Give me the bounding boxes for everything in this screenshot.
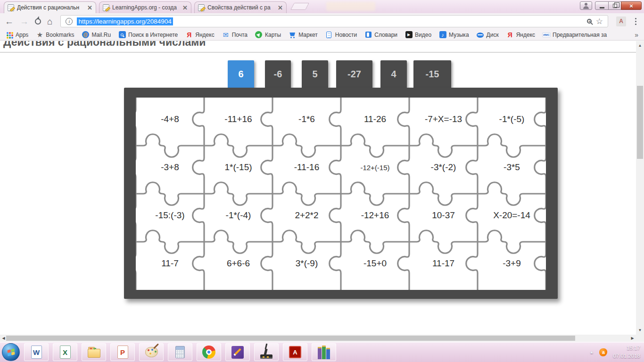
puzzle-piece[interactable]: 11-7 [136, 242, 204, 290]
bookmark-yandex[interactable]: ЯЯндекс [185, 31, 214, 39]
bookmark-muzyka[interactable]: ♪Музыка [439, 31, 469, 39]
tab-title: Действия с рациональн [17, 4, 84, 11]
bookmark-apps[interactable]: Apps [6, 31, 28, 39]
puzzle-piece[interactable]: 2+2*2 [272, 194, 341, 242]
scroll-up-icon[interactable]: ▲ [636, 42, 644, 49]
chrome-menu-icon[interactable] [635, 21, 636, 22]
taskbar-chrome-button[interactable] [197, 343, 221, 361]
puzzle-piece[interactable]: -1*(-5) [478, 98, 546, 146]
answer-tab-minus27[interactable]: -27 [336, 60, 372, 88]
puzzle-piece[interactable]: 11-17 [409, 242, 478, 290]
new-tab-button[interactable] [290, 3, 309, 10]
answer-tab-minus15[interactable]: -15 [413, 60, 451, 88]
puzzle-piece[interactable]: 3*(-9) [272, 242, 341, 290]
bookmark-novosti[interactable]: Новости [325, 31, 357, 39]
yandex-ya-icon: Я [506, 31, 514, 39]
puzzle-piece[interactable]: -11+16 [204, 98, 272, 146]
taskbar-document-camera-button[interactable] [254, 343, 279, 361]
taskbar-excel-button[interactable]: X [53, 343, 77, 361]
info-icon[interactable]: i [66, 18, 73, 25]
taskbar-calculator-button[interactable] [168, 343, 192, 361]
bookmark-slovari[interactable]: Словари [364, 31, 397, 39]
vertical-scrollbar[interactable]: ▲ ▼ [636, 41, 644, 335]
acrobat-extension-icon[interactable]: A [616, 16, 626, 26]
dictionary-book-icon [365, 32, 372, 38]
bookmark-bookmarks[interactable]: ★Bookmarks [36, 31, 74, 39]
restore-button[interactable] [608, 1, 621, 10]
url-text[interactable]: https://learningapps.org/2084904 [77, 17, 173, 25]
zoom-icon[interactable] [587, 19, 592, 24]
taskbar-winrar-button[interactable] [312, 343, 336, 361]
bookmark-search[interactable]: Поиск в Интернете [118, 31, 178, 39]
profile-button[interactable] [580, 1, 592, 10]
horizontal-scrollbar[interactable]: ◀ ▶ [0, 335, 636, 342]
puzzle-piece[interactable]: -4+8 [136, 98, 204, 146]
puzzle-piece[interactable]: 10-37 [409, 194, 478, 242]
scroll-right-icon[interactable]: ▶ [629, 335, 636, 342]
home-button[interactable]: ⌂ [47, 17, 52, 26]
puzzle-piece[interactable]: -15:(-3) [136, 194, 204, 242]
bookmark-market[interactable]: Маркет [289, 31, 318, 39]
puzzle-piece[interactable]: -1*(-4) [204, 194, 272, 242]
taskbar-word-button[interactable]: W [24, 343, 49, 361]
puzzle-piece[interactable]: 6+6-6 [204, 242, 272, 290]
bookmark-karty[interactable]: Карты [255, 31, 281, 39]
puzzle-frame: -4+8 -11+16 -1*6 11-26 -7+X=-13 -1*(-5) … [124, 88, 558, 299]
tab-close-icon[interactable]: ✕ [278, 5, 283, 11]
taskbar-explorer-button[interactable] [82, 343, 106, 361]
puzzle-piece[interactable]: -12+16 [341, 194, 409, 242]
puzzle-piece[interactable]: -3+9 [478, 242, 546, 290]
puzzle-piece[interactable]: -3*(-2) [409, 146, 478, 194]
forward-button[interactable]: → [20, 17, 29, 26]
address-bar[interactable]: i https://learningapps.org/2084904 ☆ [60, 15, 608, 27]
puzzle-piece[interactable]: -15+0 [341, 242, 409, 290]
bookmark-yandex-2[interactable]: ЯЯндекс [506, 31, 535, 39]
learningapps-favicon [103, 4, 109, 11]
taskbar-stylus-app-button[interactable] [225, 343, 250, 361]
puzzle-piece[interactable]: -3*5 [478, 146, 546, 194]
start-button[interactable] [2, 343, 20, 361]
bookmark-predvaritelnaya[interactable]: ИМСПредварительная за [543, 31, 607, 39]
minimize-button[interactable] [595, 1, 609, 10]
answer-tab-minus6[interactable]: -6 [265, 60, 291, 88]
puzzle-piece[interactable]: 1*(-15) [204, 146, 272, 194]
vertical-scroll-thumb[interactable] [637, 86, 643, 159]
taskbar-paint-button[interactable] [139, 343, 164, 361]
tab-close-icon[interactable]: ✕ [182, 5, 188, 11]
folder-icon [88, 349, 100, 358]
puzzle-piece[interactable]: X-20=-14 [478, 194, 546, 242]
close-button[interactable]: × [621, 1, 642, 10]
avast-icon[interactable]: a [599, 348, 607, 356]
windows-flag-icon [7, 348, 15, 356]
back-button[interactable]: ← [5, 17, 14, 26]
puzzle-piece[interactable]: 11-26 [341, 98, 409, 146]
taskbar-powerpoint-button[interactable]: P [110, 343, 135, 361]
answer-tab-5[interactable]: 5 [302, 60, 328, 88]
puzzle-piece[interactable]: -11-16 [272, 146, 341, 194]
bookmark-pochta[interactable]: ✉Почта [222, 31, 248, 39]
system-tray: ▲ a 15:17 07.01.2018 [590, 344, 644, 360]
puzzle-piece[interactable]: -3+8 [136, 146, 204, 194]
answer-tab-4[interactable]: 4 [380, 60, 407, 88]
browser-tab-2[interactable]: LearningApps.org - созда ✕ [99, 1, 191, 13]
browser-tab-3[interactable]: Свойства действий с ра ✕ [194, 1, 287, 13]
bookmark-star-icon[interactable]: ☆ [596, 17, 603, 25]
puzzle-piece[interactable]: -1*6 [272, 98, 341, 146]
puzzle-board: -4+8 -11+16 -1*6 11-26 -7+X=-13 -1*(-5) … [136, 98, 546, 290]
windows-taskbar: W X P A ▲ a 15:17 07.01.2018 [0, 342, 644, 362]
taskbar-acrobat-button[interactable]: A [283, 343, 307, 361]
reload-button[interactable] [35, 18, 41, 25]
puzzle-piece[interactable]: -7+X=-13 [409, 98, 478, 146]
browser-tab-1[interactable]: Действия с рациональн ✕ [4, 1, 96, 13]
taskbar-clock[interactable]: 15:17 07.01.2018 [613, 344, 640, 360]
bookmark-disk[interactable]: Диск [477, 31, 499, 39]
horizontal-scroll-thumb[interactable] [6, 336, 575, 341]
answer-tab-6[interactable]: 6 [228, 60, 254, 88]
bookmark-video[interactable]: ▶Видео [405, 31, 431, 39]
scroll-down-icon[interactable]: ▼ [636, 327, 644, 334]
bookmarks-overflow-chevron[interactable]: » [635, 31, 638, 39]
puzzle-piece[interactable]: -12+(-15) [341, 146, 409, 194]
tray-expand-icon[interactable]: ▲ [590, 350, 594, 354]
tab-close-icon[interactable]: ✕ [87, 5, 92, 11]
bookmark-mailru[interactable]: @Mail.Ru [82, 31, 111, 39]
